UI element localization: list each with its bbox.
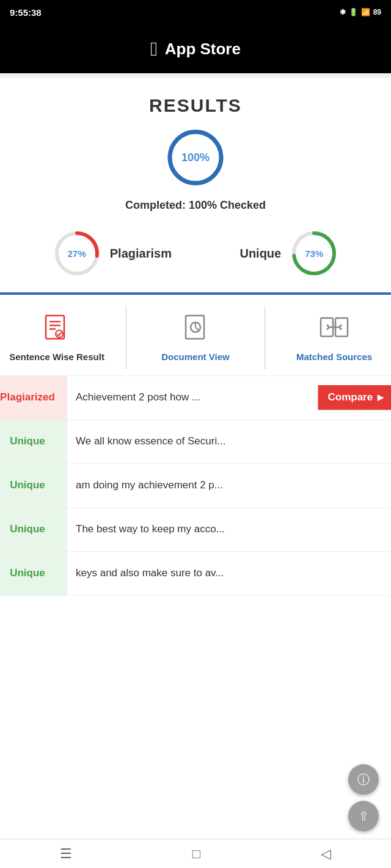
- fab-up-button[interactable]: ⇧: [348, 801, 379, 831]
- svg-point-10: [56, 330, 63, 338]
- action-document-view[interactable]: Document View: [126, 307, 265, 369]
- unique-text-1: We all know essence of Securi...: [67, 428, 391, 455]
- separator: [0, 73, 391, 78]
- matched-sources-icon: [318, 313, 350, 345]
- wifi-icon: 📶: [361, 8, 370, 16]
- status-icons: ✱ 🔋 📶 89: [340, 8, 381, 16]
- unique-badge-4: Unique: [0, 552, 67, 595]
- action-matched-sources[interactable]: Matched Sources: [265, 307, 391, 369]
- plagiarized-text: Achievement 2 post how ...: [67, 384, 318, 411]
- unique-text-2: am doing my achievement 2 p...: [67, 472, 391, 499]
- stats-row: 27% Plagiarism Unique 73%: [12, 229, 379, 278]
- plagiarism-stat: 27% Plagiarism: [53, 229, 172, 278]
- app-store-banner[interactable]:  App Store: [0, 24, 391, 73]
- main-progress-text: 100%: [181, 151, 210, 164]
- unique-badge-3: Unique: [0, 508, 67, 551]
- apple-icon: : [150, 38, 158, 60]
- action-sentence-wise-label: Sentence Wise Result: [9, 351, 104, 363]
- info-icon: ⓘ: [357, 772, 370, 788]
- unique-text-4: keys and also make sure to av...: [67, 560, 391, 587]
- action-document-view-label: Document View: [161, 351, 229, 363]
- bottom-nav: ☰ □ ◁: [0, 839, 391, 868]
- plagiarized-badge: Plagiarized: [0, 376, 67, 419]
- fab-container: ⓘ ⇧: [348, 764, 379, 831]
- results-title: RESULTS: [12, 78, 379, 127]
- app-store-label: App Store: [165, 40, 241, 59]
- unique-circle: 73%: [290, 229, 338, 278]
- action-matched-sources-label: Matched Sources: [296, 351, 372, 363]
- battery-percent: 89: [373, 8, 381, 16]
- unique-badge-1: Unique: [0, 420, 67, 463]
- nav-home-icon[interactable]: □: [192, 846, 200, 862]
- document-view-icon: [180, 313, 211, 345]
- progress-circle-container: 100%: [12, 127, 379, 188]
- svg-rect-6: [46, 316, 64, 339]
- main-progress-circle: 100%: [165, 127, 226, 188]
- completed-text: Completed: 100% Checked: [12, 199, 379, 212]
- status-bar: 9:55:38 ✱ 🔋 📶 89: [0, 0, 391, 24]
- plagiarism-percent: 27%: [68, 248, 86, 259]
- unique-stat: Unique 73%: [239, 229, 338, 278]
- fab-info-button[interactable]: ⓘ: [348, 764, 379, 795]
- result-row-plagiarized: Plagiarized Achievement 2 post how ... C…: [0, 376, 391, 420]
- results-list: Plagiarized Achievement 2 post how ... C…: [0, 376, 391, 596]
- plagiarism-circle: 27%: [53, 229, 101, 278]
- sentence-wise-icon: [41, 313, 73, 345]
- unique-percent: 73%: [305, 248, 323, 259]
- result-row-unique-3: Unique The best way to keep my acco...: [0, 508, 391, 552]
- up-icon: ⇧: [359, 809, 369, 823]
- result-row-unique-4: Unique keys and also make sure to av...: [0, 552, 391, 596]
- actions-row: Sentence Wise Result Document View Match…: [0, 295, 391, 376]
- nav-back-icon[interactable]: ◁: [321, 846, 331, 862]
- action-sentence-wise[interactable]: Sentence Wise Result: [0, 307, 126, 369]
- result-row-unique-1: Unique We all know essence of Securi...: [0, 420, 391, 464]
- arrow-icon: ►: [375, 391, 386, 404]
- unique-text-3: The best way to keep my acco...: [67, 516, 391, 543]
- unique-label: Unique: [239, 247, 281, 261]
- main-content: RESULTS 100% Completed: 100% Checked: [0, 78, 391, 278]
- bluetooth-icon: ✱: [340, 8, 346, 16]
- plagiarism-label: Plagiarism: [110, 247, 172, 261]
- status-time: 9:55:38: [10, 7, 42, 18]
- compare-button[interactable]: Compare ►: [318, 385, 391, 410]
- result-row-unique-2: Unique am doing my achievement 2 p...: [0, 464, 391, 508]
- unique-badge-2: Unique: [0, 464, 67, 507]
- battery-icon: 🔋: [349, 8, 358, 16]
- nav-menu-icon[interactable]: ☰: [60, 846, 72, 862]
